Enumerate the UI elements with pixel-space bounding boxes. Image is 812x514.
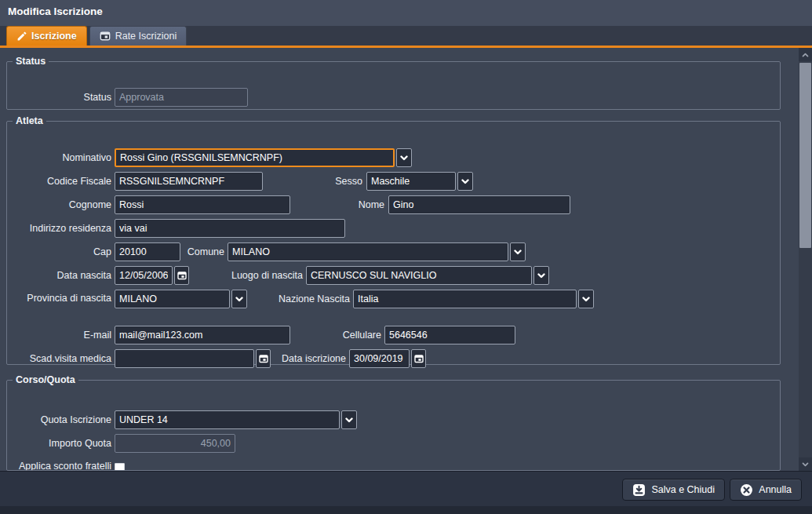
scroll-down-button[interactable] xyxy=(799,457,812,471)
tab-iscrizione[interactable]: Iscrizione xyxy=(6,26,87,46)
comune-label: Comune xyxy=(128,246,224,258)
nome-input[interactable] xyxy=(388,195,570,214)
tab-iscrizione-label: Iscrizione xyxy=(31,31,77,42)
chevron-down-icon xyxy=(582,297,590,302)
tab-rate-iscrizioni[interactable]: Rate Iscrizioni xyxy=(89,26,188,46)
email-input[interactable] xyxy=(115,326,290,344)
codice-fiscale-label: Codice Fiscale xyxy=(9,176,111,188)
nominativo-combo[interactable] xyxy=(115,148,412,167)
sesso-label: Sesso xyxy=(266,176,362,188)
quota-iscrizione-dropdown-trigger[interactable] xyxy=(341,410,357,429)
vertical-scrollbar[interactable] xyxy=(799,48,812,471)
cognome-label: Cognome xyxy=(9,199,111,211)
provincia-nascita-combo[interactable] xyxy=(115,290,247,308)
status-fieldset: Status Status xyxy=(6,56,781,110)
luogo-nascita-combo[interactable] xyxy=(306,266,549,285)
data-iscrizione-calendar-trigger[interactable] xyxy=(411,349,426,368)
window-title: Modifica Iscrizione xyxy=(0,0,812,26)
importo-quota-label: Importo Quota xyxy=(9,438,111,450)
status-legend: Status xyxy=(13,56,49,67)
atleta-fieldset: Atleta Nominativo Codice Fiscale Sesso C… xyxy=(6,115,781,365)
indirizzo-input[interactable] xyxy=(115,219,345,238)
table-icon xyxy=(100,31,111,42)
save-and-close-button[interactable]: Salva e Chiudi xyxy=(622,479,725,501)
pencil-icon xyxy=(16,31,27,42)
window-bottom-edge xyxy=(0,506,812,514)
provincia-nascita-input[interactable] xyxy=(115,290,230,308)
scad-visita-input[interactable] xyxy=(115,349,254,368)
quota-iscrizione-label: Quota Iscrizione xyxy=(9,414,111,426)
applica-sconto-fratelli-label: Applica sconto fratelli xyxy=(9,461,111,471)
scroll-up-button[interactable] xyxy=(799,48,812,61)
data-iscrizione-input[interactable] xyxy=(349,349,410,368)
tab-rate-iscrizioni-label: Rate Iscrizioni xyxy=(115,31,177,42)
nome-label: Nome xyxy=(286,199,384,211)
tab-bar: Iscrizione Rate Iscrizioni xyxy=(0,26,812,48)
footer-button-bar: Salva e Chiudi Annulla xyxy=(0,471,812,506)
cellulare-input[interactable] xyxy=(384,326,515,344)
indirizzo-label: Indirizzo residenza xyxy=(9,223,111,235)
codice-fiscale-input[interactable] xyxy=(115,172,263,191)
form-scroll-area: Status Status Atleta Nominativo Codice F… xyxy=(0,48,812,471)
save-icon xyxy=(632,483,646,497)
provincia-nascita-dropdown-trigger[interactable] xyxy=(231,290,247,308)
luogo-nascita-input[interactable] xyxy=(306,266,532,285)
sesso-dropdown-trigger[interactable] xyxy=(457,172,473,191)
data-nascita-field[interactable] xyxy=(115,266,189,285)
sesso-input[interactable] xyxy=(366,172,456,191)
data-nascita-input[interactable] xyxy=(115,266,173,285)
modifica-iscrizione-window: Modifica Iscrizione Iscrizione Rate Iscr… xyxy=(0,0,812,514)
nominativo-dropdown-trigger[interactable] xyxy=(396,148,412,167)
calendar-icon xyxy=(177,272,187,280)
provincia-nascita-label: Provincia di nascita xyxy=(9,293,111,304)
quota-iscrizione-input[interactable] xyxy=(115,410,340,429)
comune-dropdown-trigger[interactable] xyxy=(510,242,526,261)
cap-label: Cap xyxy=(9,246,111,258)
comune-input[interactable] xyxy=(228,242,508,261)
nominativo-input[interactable] xyxy=(115,148,395,167)
cognome-input[interactable] xyxy=(115,195,290,214)
applica-sconto-fratelli-checkbox[interactable] xyxy=(115,463,125,471)
email-label: E-mail xyxy=(9,330,111,341)
data-nascita-label: Data nascita xyxy=(9,270,111,282)
cellulare-label: Cellulare xyxy=(283,330,381,341)
chevron-down-icon xyxy=(235,297,243,302)
chevron-down-icon xyxy=(345,417,353,423)
data-nascita-calendar-trigger[interactable] xyxy=(174,266,189,285)
nazione-nascita-input[interactable] xyxy=(353,290,577,308)
sesso-combo[interactable] xyxy=(366,172,473,191)
chevron-down-icon xyxy=(514,250,522,255)
cancel-button[interactable]: Annulla xyxy=(730,479,802,501)
atleta-legend: Atleta xyxy=(13,115,46,126)
save-and-close-label: Salva e Chiudi xyxy=(651,484,715,495)
nazione-nascita-dropdown-trigger[interactable] xyxy=(578,290,594,308)
luogo-nascita-label: Luogo di nascita xyxy=(191,270,303,282)
scad-visita-label: Scad.visita medica xyxy=(9,353,111,365)
corso-quota-legend: Corso/Quota xyxy=(13,374,78,385)
nazione-nascita-label: Nazione Nascita xyxy=(246,293,350,305)
chevron-up-icon xyxy=(802,53,809,57)
status-input xyxy=(115,88,248,107)
cancel-icon xyxy=(740,483,753,497)
chevron-down-icon xyxy=(537,273,545,279)
status-label: Status xyxy=(9,92,111,104)
corso-quota-fieldset: Corso/Quota Quota Iscrizione Importo Quo… xyxy=(6,374,781,471)
chevron-down-icon xyxy=(461,179,469,184)
importo-quota-input xyxy=(115,434,235,453)
calendar-icon xyxy=(414,355,424,363)
cancel-label: Annulla xyxy=(759,484,792,495)
nazione-nascita-combo[interactable] xyxy=(353,290,594,308)
luogo-nascita-dropdown-trigger[interactable] xyxy=(533,266,549,285)
quota-iscrizione-combo[interactable] xyxy=(115,410,357,429)
data-iscrizione-label: Data iscrizione xyxy=(248,353,346,365)
chevron-down-icon xyxy=(400,155,408,161)
scrollbar-thumb[interactable] xyxy=(799,63,811,248)
chevron-down-icon xyxy=(802,462,809,467)
comune-combo[interactable] xyxy=(228,242,526,261)
nominativo-label: Nominativo xyxy=(9,152,111,164)
data-iscrizione-field[interactable] xyxy=(349,349,426,368)
